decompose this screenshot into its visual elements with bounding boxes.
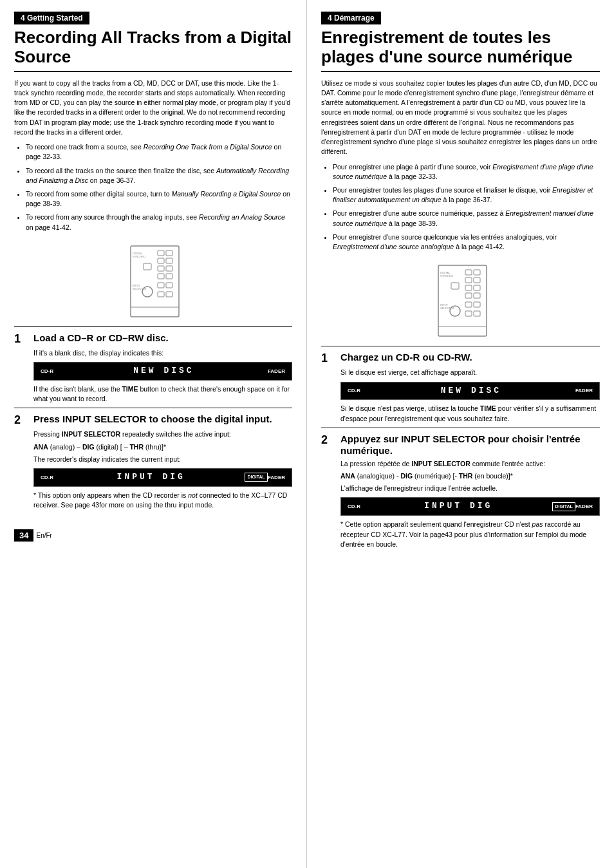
step2-input-line-en: ANA (analog) – DIG (digital) [ – THR (th… xyxy=(33,442,292,452)
step2-header-fr: 2 Appuyez sur INPUT SELECTOR pour choisi… xyxy=(321,428,600,457)
step1-header-fr: 1 Chargez un CD-R ou CD-RW. xyxy=(321,346,600,365)
step1-header-en: 1 Load a CD–R or CD–RW disc. xyxy=(14,326,292,346)
svg-rect-37 xyxy=(465,311,472,316)
step1-number-en: 1 xyxy=(14,332,26,346)
svg-rect-29 xyxy=(474,285,480,290)
svg-text:SYNCHRO: SYNCHRO xyxy=(440,274,453,278)
step2-footnote-en: * This option only appears when the CD r… xyxy=(33,491,292,510)
svg-rect-36 xyxy=(474,302,480,307)
device-svg-right: DIGITAL SYNCHRO INPUT SELECTOR xyxy=(425,262,496,339)
step2-title-en: Press INPUT SELECTOR to choose the digit… xyxy=(33,413,272,425)
display1-en: CD-R NEW DISC FADER xyxy=(33,362,292,381)
svg-rect-30 xyxy=(465,293,472,298)
svg-point-34 xyxy=(450,306,460,316)
bullet-list-en: To record one track from a source, see R… xyxy=(26,142,292,232)
svg-rect-31 xyxy=(474,293,480,298)
svg-point-14 xyxy=(142,287,153,297)
step1-title-en: Load a CD–R or CD–RW disc. xyxy=(33,332,169,344)
page: 4 Getting Started Recording All Tracks f… xyxy=(0,0,614,868)
step2-title-fr: Appuyez sur INPUT SELECTOR pour choisir … xyxy=(340,433,600,457)
page-lang: En/Fr xyxy=(36,532,51,539)
step2-body2-en: The recorder's display indicates the cur… xyxy=(33,455,292,464)
footer: 34 En/Fr xyxy=(14,529,292,542)
step1-body-en: If it's a blank disc, the display indica… xyxy=(33,348,292,404)
intro-text-fr: Utilisez ce mode si vous souhaitez copie… xyxy=(321,79,600,157)
bullet-fr-2: Pour enregistrer toutes les plages d'une… xyxy=(333,185,600,205)
display1-left-fr: CD-R xyxy=(348,387,362,395)
display2-en: CD-R INPUT DIG DIGITAL FADER xyxy=(33,468,292,487)
svg-rect-21 xyxy=(465,270,472,275)
step2-body1-fr: La pression répétée de INPUT SELECTOR co… xyxy=(340,459,600,469)
intro-text-en: If you want to copy all the tracks from … xyxy=(14,79,292,137)
svg-rect-10 xyxy=(158,274,164,279)
display1-text-en: NEW DISC xyxy=(60,365,268,377)
svg-rect-35 xyxy=(465,302,472,307)
svg-rect-15 xyxy=(158,283,164,288)
svg-rect-27 xyxy=(451,283,459,289)
svg-rect-18 xyxy=(166,292,172,297)
svg-rect-3 xyxy=(158,258,164,263)
display2-right-en: FADER xyxy=(268,474,285,482)
display2-badge-en: DIGITAL xyxy=(245,473,267,482)
section-label-fr: 4 Démarrage xyxy=(321,12,381,24)
svg-rect-9 xyxy=(166,266,172,271)
display2-left-en: CD-R xyxy=(41,474,55,482)
left-column: 4 Getting Started Recording All Tracks f… xyxy=(0,0,307,868)
bullet-en-2: To record all the tracks on the source t… xyxy=(26,166,292,185)
step1-number-fr: 1 xyxy=(321,352,333,365)
bullet-en-1: To record one track from a source, see R… xyxy=(26,142,292,162)
step2-footnote-fr: * Cette option apparaît seulement quand … xyxy=(340,520,600,549)
display1-left-en: CD-R xyxy=(41,368,55,375)
step1-body1-en: If it's a blank disc, the display indica… xyxy=(33,348,292,358)
step1-title-fr: Chargez un CD-R ou CD-RW. xyxy=(340,352,472,363)
display2-text-en: INPUT DIG xyxy=(60,471,242,484)
main-title-fr: Enregistrement de toutes les plages d'un… xyxy=(321,28,600,72)
section-label-en: 4 Getting Started xyxy=(14,12,89,24)
device-svg-left: DIGITAL SYNCHRO INPUT SELECTOR xyxy=(118,243,189,320)
device-diagram-left: DIGITAL SYNCHRO INPUT SELECTOR xyxy=(14,243,292,320)
display2-text-fr: INPUT DIG xyxy=(367,500,550,513)
display1-right-en: FADER xyxy=(268,368,285,375)
svg-rect-38 xyxy=(474,311,480,316)
svg-rect-2 xyxy=(166,250,172,256)
bullet-en-3: To record from some other digital source… xyxy=(26,189,292,209)
step2-number-en: 2 xyxy=(14,413,26,427)
display2-badge-fr: DIGITAL xyxy=(552,502,575,511)
display1-text-fr: NEW DISC xyxy=(367,385,575,397)
step1-body2-fr: Si le disque n'est pas vierge, utilisez … xyxy=(340,404,600,423)
svg-rect-24 xyxy=(474,278,480,283)
step1-body2-en: If the disc isn't blank, use the TIME bu… xyxy=(33,384,292,404)
svg-rect-1 xyxy=(158,250,164,256)
step2-input-line-fr: ANA (analogique) - DIG (numérique) [- TH… xyxy=(340,471,600,481)
step2-body2-fr: L'affichage de l'enregistreur indique l'… xyxy=(340,484,600,493)
svg-rect-4 xyxy=(166,258,172,263)
main-title-en: Recording All Tracks from a Digital Sour… xyxy=(14,28,292,72)
bullet-fr-4: Pour enregistrer d'une source quelconque… xyxy=(333,232,600,252)
device-diagram-right: DIGITAL SYNCHRO INPUT SELECTOR xyxy=(321,262,600,339)
bullet-fr-1: Pour enregistrer une plage à partir d'un… xyxy=(333,162,600,182)
page-number: 34 xyxy=(14,529,33,542)
step1-body-fr: Si le disque est vierge, cet affichage a… xyxy=(340,368,600,424)
bullet-fr-3: Pour enregistrer d'une autre source numé… xyxy=(333,209,600,228)
display2-fr: CD-R INPUT DIG DIGITAL FADER xyxy=(340,497,600,516)
right-column: 4 Démarrage Enregistrement de toutes les… xyxy=(307,0,614,868)
svg-rect-17 xyxy=(158,292,164,297)
svg-text:SYNCHRO: SYNCHRO xyxy=(133,255,145,258)
display2-left-fr: CD-R xyxy=(348,503,362,511)
svg-rect-23 xyxy=(465,278,472,283)
step2-body-fr: La pression répétée de INPUT SELECTOR co… xyxy=(340,459,600,549)
step2-body1-en: Pressing INPUT SELECTOR repeatedly switc… xyxy=(33,429,292,439)
step2-body-en: Pressing INPUT SELECTOR repeatedly switc… xyxy=(33,429,292,510)
svg-rect-16 xyxy=(166,283,172,288)
bullet-en-4: To record from any source through the an… xyxy=(26,212,292,232)
svg-rect-11 xyxy=(166,274,172,279)
step1-body1-fr: Si le disque est vierge, cet affichage a… xyxy=(340,368,600,377)
svg-rect-28 xyxy=(465,285,472,290)
display1-right-fr: FADER xyxy=(575,387,593,395)
svg-rect-8 xyxy=(158,266,164,271)
step2-header-en: 2 Press INPUT SELECTOR to choose the dig… xyxy=(14,408,292,427)
display2-right-fr: FADER xyxy=(575,503,593,511)
step2-number-fr: 2 xyxy=(321,433,333,447)
display1-fr: CD-R NEW DISC FADER xyxy=(340,382,600,401)
svg-rect-22 xyxy=(474,270,480,275)
